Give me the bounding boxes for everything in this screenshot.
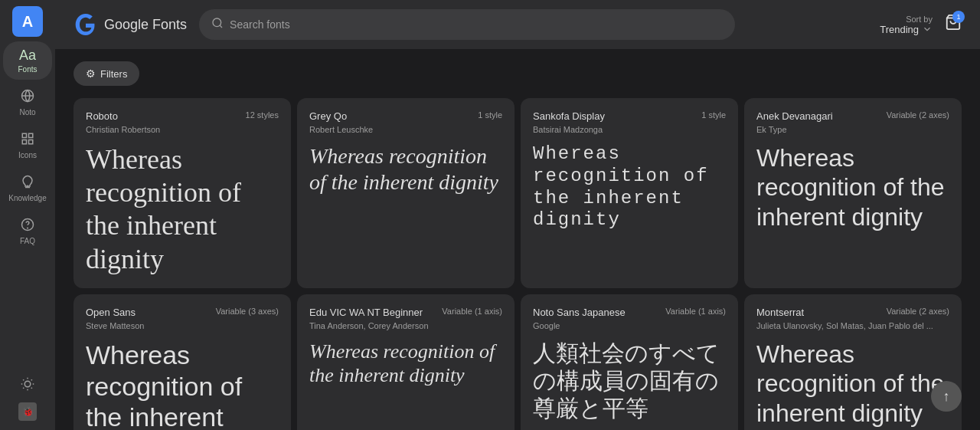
filters-label: Filters — [100, 68, 127, 80]
font-preview-text: Whereas recognition of the inherent — [86, 340, 279, 430]
font-author: Ek Type — [756, 125, 949, 134]
knowledge-icon — [21, 175, 34, 192]
chevron-down-icon — [922, 24, 933, 34]
font-name: Anek Devanagari — [756, 110, 833, 122]
sidebar-fonts-label: Fonts — [18, 65, 37, 74]
search-icon — [211, 17, 224, 32]
font-name: Grey Qo — [309, 110, 347, 122]
font-name: Montserrat — [756, 307, 804, 318]
font-styles: Variable (1 axis) — [665, 307, 726, 316]
filter-icon: ⚙ — [86, 67, 96, 80]
font-card-header: Open Sans Variable (3 axes) — [86, 307, 279, 318]
font-name: Noto Sans Japanese — [533, 307, 626, 318]
icons-icon — [21, 132, 34, 149]
sidebar-faq-label: FAQ — [20, 237, 35, 245]
cart-badge: 1 — [952, 11, 965, 23]
scroll-to-top-button[interactable]: ↑ — [931, 381, 962, 412]
svg-rect-5 — [22, 140, 26, 144]
sidebar-item-noto[interactable]: Noto — [3, 83, 52, 123]
content-area: ⚙ Filters Roboto 12 styles Christian Rob… — [55, 49, 980, 430]
font-preview: 人類社会のすべての構成員の固有の尊厳と平等 — [533, 340, 726, 430]
font-name: Edu VIC WA NT Beginner — [309, 307, 423, 318]
google-fonts-logo[interactable]: Google Fonts — [74, 12, 187, 37]
font-preview-text: 人類社会のすべての構成員の固有の尊厳と平等 — [533, 340, 726, 422]
sidebar-noto-label: Noto — [19, 108, 35, 117]
sidebar-item-fonts[interactable]: Aa Fonts — [3, 41, 52, 80]
sort-by-value-text: Trending — [880, 24, 919, 35]
font-card-header: Anek Devanagari Variable (2 axes) — [756, 110, 949, 122]
font-styles: Variable (2 axes) — [887, 307, 949, 316]
font-grid-row1: Roboto 12 styles Christian Robertson Whe… — [74, 98, 962, 288]
cart-button[interactable]: 1 — [945, 14, 962, 35]
theme-toggle[interactable] — [12, 369, 43, 399]
svg-line-17 — [23, 388, 24, 389]
font-card-header: Noto Sans Japanese Variable (1 axis) — [533, 307, 726, 318]
main-content: Google Fonts Sort by Trending 1 — [55, 0, 980, 430]
font-author: Robert Leuschke — [309, 125, 502, 134]
font-preview: Whereas recognition of the inherent — [86, 340, 279, 430]
sidebar-item-icons[interactable]: Icons — [3, 126, 52, 166]
svg-point-9 — [28, 228, 28, 228]
header-right: Sort by Trending 1 — [880, 14, 962, 35]
noto-icon — [21, 89, 34, 107]
font-preview: Whereas recognition of the inherent dign… — [533, 143, 726, 276]
svg-rect-4 — [29, 140, 33, 144]
font-styles: 1 style — [701, 110, 726, 120]
font-card-edu-vic-wa-nt-beginner[interactable]: Edu VIC WA NT Beginner Variable (1 axis)… — [297, 294, 514, 430]
sidebar-item-faq[interactable]: FAQ — [3, 212, 52, 251]
search-input[interactable] — [230, 18, 723, 31]
bug-report-button[interactable]: 🐞 — [18, 402, 37, 421]
font-card-anek-devanagari[interactable]: Anek Devanagari Variable (2 axes) Ek Typ… — [744, 98, 962, 288]
font-preview-text: Whereas recognition of the inherent dign… — [86, 143, 279, 276]
filters-button[interactable]: ⚙ Filters — [74, 61, 139, 86]
font-card-noto-sans-japanese[interactable]: Noto Sans Japanese Variable (1 axis) Goo… — [521, 294, 738, 430]
svg-line-13 — [23, 379, 24, 380]
sidebar-bottom: 🐞 — [12, 369, 43, 430]
sort-by-selector[interactable]: Trending — [880, 24, 933, 35]
fonts-icon: Aa — [19, 48, 36, 64]
font-card-header: Grey Qo 1 style — [309, 110, 502, 122]
svg-line-18 — [31, 379, 32, 380]
sidebar: A Aa Fonts Noto Icons Knowledge FAQ 🐞 — [0, 0, 55, 430]
sidebar-logo[interactable]: A — [12, 6, 43, 37]
font-author: Google — [533, 321, 726, 330]
header: Google Fonts Sort by Trending 1 — [55, 0, 980, 49]
font-card-open-sans[interactable]: Open Sans Variable (3 axes) Steve Mattes… — [74, 294, 291, 430]
font-card-roboto[interactable]: Roboto 12 styles Christian Robertson Whe… — [74, 98, 291, 288]
font-preview-text: Whereas recognition of the inherent dign… — [533, 143, 726, 231]
font-card-grey-qo[interactable]: Grey Qo 1 style Robert Leuschke Whereas … — [297, 98, 514, 288]
scroll-top-icon: ↑ — [943, 389, 950, 405]
sort-by-wrapper: Sort by Trending — [880, 15, 933, 35]
font-styles: Variable (1 axis) — [442, 307, 502, 316]
bug-icon: 🐞 — [22, 406, 34, 417]
google-fonts-title: Google Fonts — [104, 17, 187, 33]
font-styles: 1 style — [478, 110, 502, 120]
svg-point-10 — [24, 381, 31, 387]
font-preview: Whereas recognition of the inherent dign… — [309, 143, 502, 276]
font-preview: Whereas recognition of the inherent dign… — [86, 143, 279, 276]
svg-rect-2 — [22, 133, 26, 137]
faq-icon — [21, 218, 34, 235]
font-card-header: Edu VIC WA NT Beginner Variable (1 axis) — [309, 307, 502, 318]
font-preview: Whereas recognition of the inherent dign… — [309, 340, 502, 430]
svg-line-14 — [31, 388, 32, 389]
font-author: Steve Matteson — [86, 321, 279, 330]
font-name: Open Sans — [86, 307, 136, 318]
font-card-sankofa-display[interactable]: Sankofa Display 1 style Batsirai Madzong… — [521, 98, 738, 288]
sidebar-logo-letter: A — [22, 13, 33, 31]
sidebar-icons-label: Icons — [18, 151, 37, 159]
search-bar[interactable] — [199, 9, 735, 40]
font-styles: 12 styles — [246, 110, 279, 120]
sort-by-label: Sort by — [906, 15, 933, 24]
font-preview-text: Whereas recognition of the inherent dign… — [309, 340, 502, 387]
sidebar-item-knowledge[interactable]: Knowledge — [3, 169, 52, 208]
font-styles: Variable (3 axes) — [216, 307, 279, 316]
svg-point-19 — [213, 18, 221, 27]
google-logo-icon — [74, 12, 98, 37]
font-card-montserrat[interactable]: Montserrat Variable (2 axes) Julieta Ula… — [744, 294, 962, 430]
font-preview: Whereas recognition of the inherent dign… — [756, 340, 949, 430]
filters-bar: ⚙ Filters — [74, 61, 962, 86]
font-card-header: Montserrat Variable (2 axes) — [756, 307, 949, 318]
font-name: Sankofa Display — [533, 110, 605, 122]
font-styles: Variable (2 axes) — [887, 110, 949, 120]
